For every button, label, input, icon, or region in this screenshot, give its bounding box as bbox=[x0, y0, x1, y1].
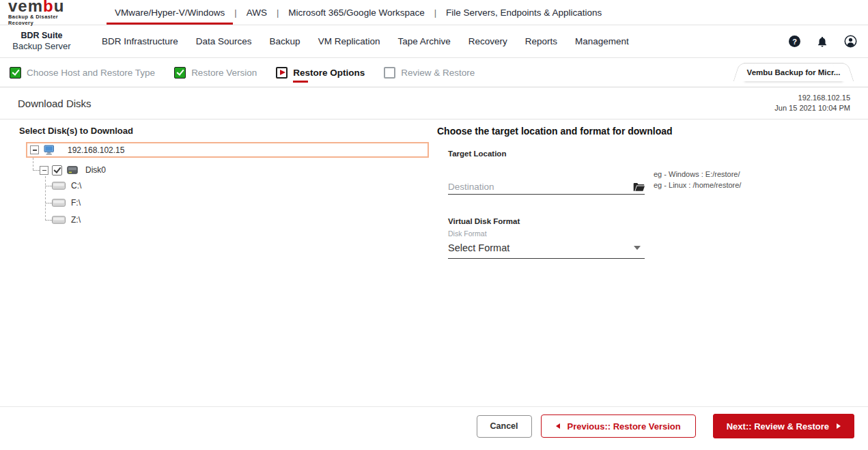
target-location-block: Target Location eg - Windows : E:/restor… bbox=[448, 150, 868, 195]
product-tab-microsoft365-google[interactable]: Microsoft 365/Google Workspace bbox=[279, 0, 434, 25]
destination-input-wrap bbox=[448, 169, 645, 195]
previous-button[interactable]: Previous:: Restore Version bbox=[541, 414, 696, 438]
target-location-label: Target Location bbox=[448, 150, 868, 158]
product-nav: VMware/Hyper-V/Windows | AWS | Microsoft… bbox=[105, 0, 611, 25]
tab-vembu-backup-for-microsoft[interactable]: Vembu Backup for Micr... bbox=[744, 63, 843, 81]
vembu-logo[interactable]: vembu Backup & Disaster Recovery bbox=[8, 0, 85, 25]
nav-icons: ? bbox=[789, 35, 857, 48]
computer-icon bbox=[44, 145, 55, 156]
restore-point-timestamp: Jun 15 2021 10:04 PM bbox=[774, 103, 850, 113]
collapse-expander-icon[interactable] bbox=[40, 166, 48, 175]
virtual-disk-format-label: Virtual Disk Format bbox=[448, 217, 868, 225]
nav-item-data-sources[interactable]: Data Sources bbox=[187, 36, 261, 46]
step-choose-host-and-restore-type[interactable]: Choose Host and Restore Type bbox=[10, 67, 155, 79]
tree-connector bbox=[45, 176, 46, 221]
wizard-steps-bar: Choose Host and Restore Type Restore Ver… bbox=[0, 58, 868, 87]
product-tab-vmware-hyperv-windows[interactable]: VMware/Hyper-V/Windows bbox=[105, 0, 234, 25]
tree-connector bbox=[45, 220, 52, 221]
step-done-checkbox-icon bbox=[10, 67, 21, 79]
logo-tagline: Backup & Disaster Recovery bbox=[8, 14, 85, 26]
disk-format-label: Disk Format bbox=[448, 229, 868, 238]
host-ip: 192.168.102.15 bbox=[774, 93, 850, 103]
top-bar: vembu Backup & Disaster Recovery VMware/… bbox=[0, 0, 868, 25]
step-pending-checkbox-icon bbox=[384, 67, 395, 79]
tree-connector bbox=[45, 186, 52, 186]
hint-windows: eg - Windows : E:/restore/ bbox=[654, 169, 741, 180]
step-label: Restore Options bbox=[293, 68, 365, 78]
logo-suffix: u bbox=[54, 0, 65, 15]
destination-hints: eg - Windows : E:/restore/ eg - Linux : … bbox=[654, 169, 741, 195]
tree-node-host[interactable]: 192.168.102.15 bbox=[26, 142, 429, 158]
wizard-footer: Cancel Previous:: Restore Version Next::… bbox=[0, 407, 868, 445]
volume-drive-icon bbox=[52, 199, 66, 207]
tree-host-label: 192.168.102.15 bbox=[68, 145, 124, 155]
hint-linux: eg - Linux : /home/restore/ bbox=[654, 180, 741, 191]
volume-drive-icon bbox=[52, 216, 66, 224]
nav-item-bdr-infrastructure[interactable]: BDR Infrastructure bbox=[93, 36, 187, 46]
disk-tree: 192.168.102.15 Disk0 C:\ F:\ bbox=[26, 142, 429, 158]
nav-item-vm-replication[interactable]: VM Replication bbox=[309, 36, 389, 46]
product-tab-aws[interactable]: AWS bbox=[237, 0, 277, 25]
arrow-right-icon bbox=[837, 423, 841, 429]
product-name[interactable]: BDR Suite Backup Server bbox=[0, 31, 83, 52]
next-button[interactable]: Next:: Review & Restore bbox=[713, 414, 854, 438]
step-label: Choose Host and Restore Type bbox=[27, 68, 155, 78]
disk-selection-title: Select Disk(s) to Download bbox=[19, 126, 437, 136]
nav-item-backup[interactable]: Backup bbox=[261, 36, 309, 46]
page-title: Download Disks bbox=[18, 98, 92, 109]
step-restore-version[interactable]: Restore Version bbox=[174, 67, 257, 79]
logo-prefix: vem bbox=[8, 0, 43, 15]
step-review-and-restore[interactable]: Review & Restore bbox=[384, 67, 475, 79]
host-info: 192.168.102.15 Jun 15 2021 10:04 PM bbox=[774, 93, 850, 113]
tree-node-disk0[interactable]: Disk0 bbox=[40, 164, 106, 176]
step-label: Restore Version bbox=[191, 68, 257, 78]
chevron-down-icon bbox=[634, 246, 641, 250]
collapse-expander-icon[interactable] bbox=[30, 145, 39, 154]
nav-item-tape-archive[interactable]: Tape Archive bbox=[389, 36, 459, 46]
step-label: Review & Restore bbox=[401, 68, 475, 78]
next-button-label: Next:: Review & Restore bbox=[727, 421, 829, 432]
tree-connector bbox=[45, 203, 52, 203]
step-done-checkbox-icon bbox=[174, 67, 186, 79]
logo-word: vembu bbox=[8, 0, 85, 14]
product-line2: Backup Server bbox=[0, 41, 83, 52]
hard-disk-icon bbox=[67, 165, 78, 175]
tree-node-volume-f[interactable]: F:\ bbox=[52, 197, 81, 208]
destination-input[interactable] bbox=[448, 182, 629, 192]
tab-label: Vembu Backup for Micr... bbox=[747, 68, 841, 76]
tree-volume-label: C:\ bbox=[71, 181, 81, 191]
previous-button-label: Previous:: Restore Version bbox=[568, 421, 681, 432]
browse-folder-icon[interactable] bbox=[633, 182, 645, 192]
help-icon[interactable]: ? bbox=[789, 36, 800, 47]
tree-connector bbox=[33, 158, 33, 170]
nav-item-recovery[interactable]: Recovery bbox=[460, 36, 516, 46]
main-nav-bar: BDR Suite Backup Server BDR Infrastructu… bbox=[0, 25, 868, 58]
tree-connector bbox=[33, 170, 40, 171]
product-tab-fileservers-endpoints[interactable]: File Servers, Endpoints & Applications bbox=[436, 0, 611, 25]
target-options-title: Choose the target location and format fo… bbox=[437, 126, 868, 137]
target-options-panel: Choose the target location and format fo… bbox=[437, 119, 868, 406]
cancel-button[interactable]: Cancel bbox=[477, 415, 532, 438]
tree-volume-label: Z:\ bbox=[71, 215, 81, 225]
notifications-bell-icon[interactable] bbox=[816, 36, 828, 48]
tree-disk-label: Disk0 bbox=[85, 165, 106, 175]
tree-volume-label: F:\ bbox=[71, 198, 81, 208]
logo-accent: b bbox=[43, 0, 54, 15]
main-nav: BDR Infrastructure Data Sources Backup V… bbox=[93, 36, 638, 46]
account-user-icon[interactable] bbox=[844, 35, 857, 48]
arrow-left-icon bbox=[556, 423, 560, 429]
disk-format-select[interactable]: Select Format bbox=[448, 239, 645, 259]
nav-item-reports[interactable]: Reports bbox=[516, 36, 566, 46]
step-restore-options[interactable]: Restore Options bbox=[276, 67, 365, 79]
content-area: Select Disk(s) to Download 192.168.102.1… bbox=[0, 119, 868, 407]
tree-node-volume-z[interactable]: Z:\ bbox=[52, 214, 81, 225]
disk0-checkbox[interactable] bbox=[52, 165, 62, 175]
step-active-play-icon bbox=[276, 67, 288, 79]
product-line1: BDR Suite bbox=[0, 31, 83, 41]
volume-drive-icon bbox=[52, 182, 66, 190]
disk-format-selected-value: Select Format bbox=[448, 242, 634, 253]
nav-item-management[interactable]: Management bbox=[566, 36, 638, 46]
tree-node-volume-c[interactable]: C:\ bbox=[52, 180, 81, 191]
page-header: Download Disks 192.168.102.15 Jun 15 202… bbox=[0, 87, 868, 119]
disk-selection-panel: Select Disk(s) to Download 192.168.102.1… bbox=[0, 119, 437, 406]
